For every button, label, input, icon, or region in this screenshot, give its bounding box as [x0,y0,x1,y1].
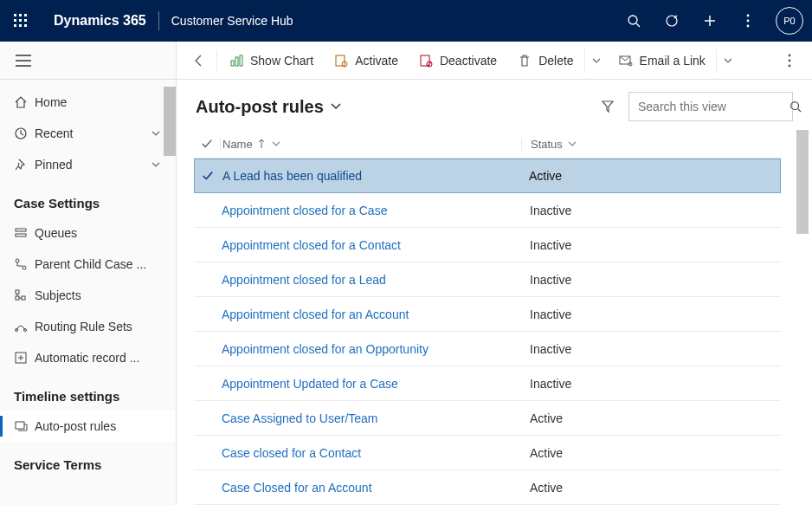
activate-icon [334,54,348,68]
table-row[interactable]: Case Closed for an AccountActive [194,470,781,505]
target-icon [665,14,679,28]
activate-button[interactable]: Activate [324,42,409,80]
nav-auto-post-rules[interactable]: Auto-post rules [0,411,176,442]
select-all-checkbox[interactable] [194,138,220,150]
svg-point-48 [791,102,799,110]
email-link-button[interactable]: Email a Link [609,42,716,80]
brand-title[interactable]: Dynamics 365 [42,13,158,29]
table-row[interactable]: Appointment closed for an OpportunityIna… [194,332,781,366]
row-checkbox[interactable] [195,170,221,182]
table-row[interactable]: Appointment Updated for a CaseInactive [194,366,781,401]
search-icon [789,100,802,113]
column-label: Status [531,138,563,151]
user-avatar[interactable]: P0 [776,7,803,35]
row-status: Inactive [521,308,781,321]
table-row[interactable]: Appointment closed for a ContactInactive [194,228,781,262]
table-row[interactable]: Appointment closed for a CaseInactive [194,193,781,228]
command-bar-more-button[interactable] [774,54,805,68]
svg-rect-7 [19,24,22,27]
row-name-link[interactable]: Appointment Updated for a Case [220,377,521,391]
global-search-button[interactable] [615,0,653,42]
table-row[interactable]: A Lead has been qualifiedActive [194,159,781,193]
chevron-down-icon [724,58,732,63]
view-selector-button[interactable]: Auto-post rules [196,97,341,117]
subjects-icon [14,288,35,302]
table-row[interactable]: Appointment closed for an AccountInactiv… [194,297,781,332]
nav-item-label: Subjects [35,288,164,302]
nav-routing-rule-sets[interactable]: Routing Rule Sets [0,311,176,342]
delete-split-button[interactable] [584,49,609,73]
row-status: Inactive [521,273,781,287]
sidebar-toggle-button[interactable] [0,42,176,80]
queue-icon [14,226,35,240]
svg-rect-23 [16,234,26,236]
row-name-link[interactable]: Appointment closed for a Case [220,204,521,217]
svg-line-49 [798,109,802,113]
back-button[interactable] [184,42,215,80]
nav-item-label: Routing Rule Sets [35,320,164,333]
cmd-label: Activate [355,54,398,68]
more-vertical-icon [788,54,791,68]
main-pane: Show Chart Activate Deactivate Delete Em… [177,42,812,505]
email-link-split-button[interactable] [716,49,740,73]
svg-rect-26 [16,290,19,294]
svg-rect-37 [240,55,242,66]
row-name-link[interactable]: Appointment closed for an Opportunity [220,342,521,356]
nav-home[interactable]: Home [0,87,176,118]
nav-queues[interactable]: Queues [0,217,176,249]
task-flow-button[interactable] [653,0,691,42]
svg-rect-34 [16,422,24,429]
nav-item-label: Queues [35,226,164,240]
nav-item-label: Pinned [35,158,148,172]
svg-rect-35 [231,61,234,66]
svg-rect-1 [19,14,22,16]
app-launcher-button[interactable] [0,14,42,28]
nav-parent-child-case[interactable]: Parent Child Case ... [0,249,176,280]
svg-rect-27 [16,296,19,300]
row-name-link[interactable]: Case closed for a Contact [220,446,521,460]
show-chart-button[interactable]: Show Chart [219,42,324,80]
quick-create-button[interactable] [691,0,729,42]
svg-point-24 [16,259,19,262]
search-icon [627,14,641,28]
svg-rect-6 [14,24,16,27]
app-name[interactable]: Customer Service Hub [159,14,306,28]
nav-automatic-record[interactable]: Automatic record ... [0,342,176,373]
cmd-label: Show Chart [250,54,313,68]
nav-recent[interactable]: Recent [0,118,176,149]
svg-point-16 [747,20,750,23]
command-bar: Show Chart Activate Deactivate Delete Em… [177,42,812,80]
clock-icon [14,126,35,140]
svg-rect-0 [14,14,16,16]
grid-scrollbar[interactable] [796,130,809,234]
table-row[interactable]: Case Assigned to User/TeamActive [194,401,781,436]
row-name-link[interactable]: Appointment closed for an Account [220,308,521,321]
grid-wrap: Name Status A Lead has been qualifiedAct… [177,130,812,505]
row-name-link[interactable]: Case Assigned to User/Team [220,411,521,425]
chevron-down-icon [568,141,577,146]
nav-item-label: Recent [35,126,148,140]
column-header-status[interactable]: Status [521,138,781,151]
svg-rect-3 [14,19,16,22]
nav-subjects[interactable]: Subjects [0,280,176,311]
parent-child-icon [14,257,35,271]
search-input[interactable] [638,100,789,113]
table-row[interactable]: Case closed for a ContactActive [194,436,781,470]
column-header-name[interactable]: Name [220,138,521,151]
column-label: Name [222,138,253,151]
plus-icon [703,14,717,28]
table-row[interactable]: Appointment closed for a LeadInactive [194,262,781,297]
filter-button[interactable] [592,100,623,113]
header-more-button[interactable] [729,0,767,42]
row-name-link[interactable]: Case Closed for an Account [220,481,521,495]
nav-item-label: Home [35,95,164,109]
delete-button[interactable]: Delete [507,42,583,80]
row-name-link[interactable]: Appointment closed for a Contact [220,238,521,252]
deactivate-button[interactable]: Deactivate [409,42,507,80]
row-status: Inactive [521,204,781,217]
nav-pinned[interactable]: Pinned [0,149,176,180]
row-name-link[interactable]: A Lead has been qualified [221,169,520,183]
view-search-box[interactable] [628,92,793,121]
row-name-link[interactable]: Appointment closed for a Lead [220,273,521,287]
svg-rect-8 [24,24,27,27]
